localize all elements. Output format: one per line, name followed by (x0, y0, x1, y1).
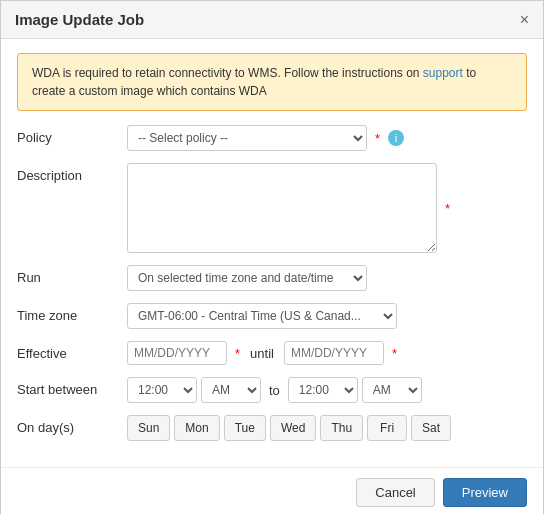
run-label: Run (17, 265, 127, 285)
description-label: Description (17, 163, 127, 183)
policy-required: * (375, 131, 380, 146)
description-textarea[interactable] (127, 163, 437, 253)
run-control: On selected time zone and date/time (127, 265, 527, 291)
day-button-wed[interactable]: Wed (270, 415, 316, 441)
description-control: * (127, 163, 527, 253)
effective-row: Effective * until * (17, 341, 527, 365)
start-between-control: 12:00 AM to 12:00 AM (127, 377, 527, 403)
effective-label: Effective (17, 341, 127, 361)
day-button-mon[interactable]: Mon (174, 415, 219, 441)
to-label: to (269, 383, 280, 398)
start-time1-select[interactable]: 12:00 (127, 377, 197, 403)
effective-required: * (235, 346, 240, 361)
day-button-sat[interactable]: Sat (411, 415, 451, 441)
day-button-tue[interactable]: Tue (224, 415, 266, 441)
alert-box: WDA is required to retain connectivity t… (17, 53, 527, 111)
effective-date-input[interactable] (127, 341, 227, 365)
ampm1-select[interactable]: AM (201, 377, 261, 403)
description-row: Description * (17, 163, 527, 253)
cancel-button[interactable]: Cancel (356, 478, 434, 507)
dialog-footer: Cancel Preview (1, 467, 543, 514)
ampm2-select[interactable]: AM (362, 377, 422, 403)
day-button-sun[interactable]: Sun (127, 415, 170, 441)
image-update-job-dialog: Image Update Job × WDA is required to re… (0, 0, 544, 514)
day-button-thu[interactable]: Thu (320, 415, 363, 441)
on-days-row: On day(s) SunMonTueWedThuFriSat (17, 415, 527, 441)
description-required: * (445, 201, 450, 216)
timezone-control: GMT-06:00 - Central Time (US & Canad... (127, 303, 527, 329)
timezone-select[interactable]: GMT-06:00 - Central Time (US & Canad... (127, 303, 397, 329)
dialog-body: WDA is required to retain connectivity t… (1, 39, 543, 467)
close-button[interactable]: × (520, 12, 529, 28)
start-time2-select[interactable]: 12:00 (288, 377, 358, 403)
timezone-row: Time zone GMT-06:00 - Central Time (US &… (17, 303, 527, 329)
dialog-title: Image Update Job (15, 11, 144, 28)
on-days-label: On day(s) (17, 415, 127, 435)
policy-control: -- Select policy -- * i (127, 125, 527, 151)
day-buttons-container: SunMonTueWedThuFriSat (127, 415, 451, 441)
timezone-label: Time zone (17, 303, 127, 323)
run-row: Run On selected time zone and date/time (17, 265, 527, 291)
info-icon[interactable]: i (388, 130, 404, 146)
until-date-input[interactable] (284, 341, 384, 365)
effective-control: * until * (127, 341, 527, 365)
policy-label: Policy (17, 125, 127, 145)
on-days-control: SunMonTueWedThuFriSat (127, 415, 527, 441)
run-select[interactable]: On selected time zone and date/time (127, 265, 367, 291)
day-button-fri[interactable]: Fri (367, 415, 407, 441)
until-label: until (250, 346, 274, 361)
policy-select[interactable]: -- Select policy -- (127, 125, 367, 151)
start-between-label: Start between (17, 377, 127, 397)
dialog-header: Image Update Job × (1, 1, 543, 39)
start-between-row: Start between 12:00 AM to 12:00 AM (17, 377, 527, 403)
policy-row: Policy -- Select policy -- * i (17, 125, 527, 151)
support-link[interactable]: support (423, 66, 463, 80)
alert-text-before: WDA is required to retain connectivity t… (32, 66, 423, 80)
preview-button[interactable]: Preview (443, 478, 527, 507)
until-required: * (392, 346, 397, 361)
